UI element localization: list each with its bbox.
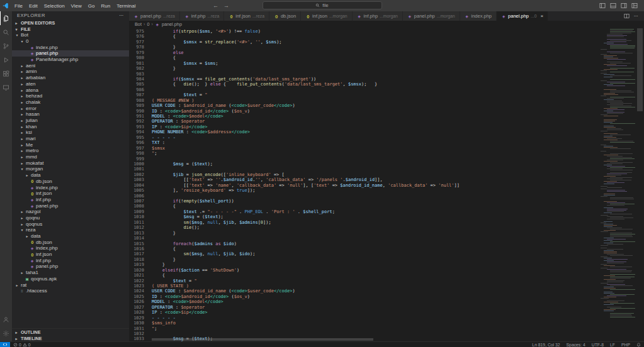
activity-account-icon[interactable] bbox=[0, 312, 12, 326]
horizontal-scrollbar[interactable] bbox=[152, 338, 600, 341]
folder-Bot[interactable]: ▾Bot bbox=[12, 32, 129, 38]
encoding[interactable]: UTF-8 bbox=[589, 343, 607, 347]
notifications-bell-icon[interactable] bbox=[633, 343, 644, 347]
tab-inf.json[interactable]: {}inf.json...morgan bbox=[301, 11, 352, 21]
vertical-scrollbar-thumb[interactable] bbox=[637, 28, 643, 111]
file-db.json[interactable]: {}db.json bbox=[12, 179, 129, 185]
folder-behzad[interactable]: ▸behzad bbox=[12, 93, 129, 99]
activity-explorer-icon[interactable] bbox=[0, 11, 12, 25]
tab-inf.json[interactable]: {}inf.json...reza bbox=[224, 11, 269, 21]
folder-hasan[interactable]: ▸hasan bbox=[12, 111, 129, 118]
file-qoqnus.apk[interactable]: ▣qoqnus.apk bbox=[12, 276, 129, 282]
activity-extensions-icon[interactable] bbox=[0, 67, 12, 80]
folder-qoqnu[interactable]: ▸qoqnu bbox=[12, 215, 129, 221]
activity-run-and-debug-icon[interactable] bbox=[0, 53, 12, 67]
code-editor[interactable]: 9759769779789799809819829839849859869879… bbox=[129, 28, 644, 341]
problems-indicator[interactable]: 0 0 bbox=[10, 343, 34, 347]
file-inf.php[interactable]: ◈inf.php bbox=[12, 197, 129, 203]
menu-file[interactable]: File bbox=[11, 0, 26, 11]
folder-khan[interactable]: ▸khan bbox=[12, 123, 129, 129]
folder-aeni[interactable]: ▸aeni bbox=[12, 62, 129, 69]
file-inf.json[interactable]: {}inf.json bbox=[12, 251, 129, 258]
folder-julian[interactable]: ▸julian bbox=[12, 118, 129, 124]
file-panel.php[interactable]: ◈panel.php bbox=[12, 263, 129, 270]
folder-aten[interactable]: ▸aten bbox=[12, 81, 129, 87]
split-editor-icon[interactable] bbox=[624, 13, 630, 19]
activity-source-control-icon[interactable] bbox=[0, 39, 12, 53]
menu-edit[interactable]: Edit bbox=[26, 0, 41, 11]
minimap[interactable] bbox=[600, 29, 635, 341]
toggle-primary-sidebar-icon[interactable] bbox=[598, 1, 607, 10]
activity-remote-explorer-icon[interactable] bbox=[0, 80, 12, 94]
menu-go[interactable]: Go bbox=[85, 0, 98, 11]
vertical-scrollbar[interactable] bbox=[636, 28, 644, 341]
folder-metro[interactable]: ▸metro bbox=[12, 148, 129, 154]
file-panel.php[interactable]: ◈panel.php bbox=[12, 202, 129, 209]
more-actions-icon[interactable]: ⋯ bbox=[634, 13, 639, 19]
folder-rat[interactable]: ▸rat bbox=[12, 282, 129, 288]
folder-nazgol[interactable]: ▸nazgol bbox=[12, 209, 129, 215]
toggle-panel-icon[interactable] bbox=[609, 1, 618, 10]
breadcrumb-item[interactable]: Bot bbox=[135, 21, 142, 27]
breadcrumb-item[interactable]: panel.php bbox=[162, 21, 182, 27]
folder-mmd[interactable]: ▸mmd bbox=[12, 154, 129, 160]
file-inf.json[interactable]: {}inf.json bbox=[12, 190, 129, 197]
menu-view[interactable]: View bbox=[68, 0, 85, 11]
file-.htaccess[interactable]: ≡.htaccess bbox=[12, 288, 129, 294]
toggle-secondary-sidebar-icon[interactable] bbox=[619, 1, 628, 10]
outline-section[interactable]: ▸ OUTLINE bbox=[12, 329, 129, 335]
close-icon[interactable]: × bbox=[540, 13, 543, 19]
folder-data[interactable]: ▸data bbox=[12, 233, 129, 240]
folder-arbabian[interactable]: ▸arbabian bbox=[12, 75, 129, 81]
folder-morgan[interactable]: ▾morgan bbox=[12, 166, 129, 172]
folder-reza[interactable]: ▾reza bbox=[12, 227, 129, 233]
folder-error[interactable]: ▸error bbox=[12, 105, 129, 111]
activity-search-icon[interactable] bbox=[0, 25, 12, 39]
file-index.php[interactable]: ◈index.php bbox=[12, 184, 129, 190]
timeline-section[interactable]: ▸ TIMELINE bbox=[12, 335, 129, 341]
line-number: 1017 bbox=[129, 251, 152, 256]
menu-selection[interactable]: Selection bbox=[41, 0, 68, 11]
activity-settings-icon[interactable] bbox=[0, 326, 12, 340]
folder-atena[interactable]: ▸atena bbox=[12, 87, 129, 93]
file-index.php[interactable]: ◈index.php bbox=[12, 44, 129, 50]
explorer-more-actions-icon[interactable]: ⋯ bbox=[119, 13, 124, 18]
folder-Me[interactable]: ▸Me bbox=[12, 141, 129, 148]
folder-ksi[interactable]: ▸ksi bbox=[12, 129, 129, 136]
tab-panel.php[interactable]: ◈panel.php...morgan bbox=[403, 11, 460, 21]
tab-panel.php[interactable]: ◈panel.php...0× bbox=[497, 11, 548, 21]
folder-amin[interactable]: ▸amin bbox=[12, 69, 129, 75]
folder-taha1[interactable]: ▸taha1 bbox=[12, 270, 129, 276]
back-arrow-icon[interactable]: ← bbox=[213, 3, 218, 9]
tab-inf.php[interactable]: ◈inf.php...reza bbox=[180, 11, 224, 21]
cursor-position[interactable]: Ln 819, Col 32 bbox=[529, 343, 563, 347]
tab-index.php[interactable]: ◈index.php bbox=[460, 11, 497, 21]
remote-indicator[interactable] bbox=[0, 342, 10, 347]
file-db.json[interactable]: {}db.json bbox=[12, 239, 129, 245]
open-editors-section[interactable]: ▸ OPEN EDITORS bbox=[12, 19, 129, 26]
tab-inf.php[interactable]: ◈inf.php...morgan bbox=[353, 11, 403, 21]
file-inf.php[interactable]: ◈inf.php bbox=[12, 257, 129, 263]
workspace-folder-section[interactable]: ▾ FILE bbox=[12, 26, 129, 32]
tab-panel.php[interactable]: ◈panel.php...reza bbox=[129, 11, 180, 21]
customize-layout-icon[interactable] bbox=[630, 1, 639, 10]
file-panel.php[interactable]: ◈panel.php bbox=[12, 50, 129, 57]
indentation[interactable]: Spaces: 4 bbox=[563, 343, 589, 347]
breadcrumb-item[interactable]: 0 bbox=[147, 21, 149, 27]
tab-db.json[interactable]: {}db.json bbox=[269, 11, 301, 21]
language-mode[interactable]: PHP bbox=[618, 343, 633, 347]
menu-terminal[interactable]: Terminal bbox=[113, 0, 138, 11]
forward-arrow-icon[interactable]: → bbox=[223, 3, 229, 9]
folder-0[interactable]: ▾0 bbox=[12, 38, 129, 45]
folder-qoqnus[interactable]: ▸qoqnus bbox=[12, 221, 129, 227]
folder-mokafat[interactable]: ▸mokafat bbox=[12, 160, 129, 166]
eol-selector[interactable]: LF bbox=[607, 343, 618, 347]
file-PanelManager.php[interactable]: ◈PanelManager.php bbox=[12, 57, 129, 63]
folder-data[interactable]: ▸data bbox=[12, 172, 129, 179]
folder-mari[interactable]: ▸mari bbox=[12, 136, 129, 142]
menu-run[interactable]: Run bbox=[98, 0, 113, 11]
command-center[interactable]: file bbox=[263, 1, 382, 9]
file-index.php[interactable]: ◈index.php bbox=[12, 245, 129, 251]
horizontal-scrollbar-thumb[interactable] bbox=[152, 338, 373, 341]
folder-chalak[interactable]: ▸chalak bbox=[12, 99, 129, 106]
